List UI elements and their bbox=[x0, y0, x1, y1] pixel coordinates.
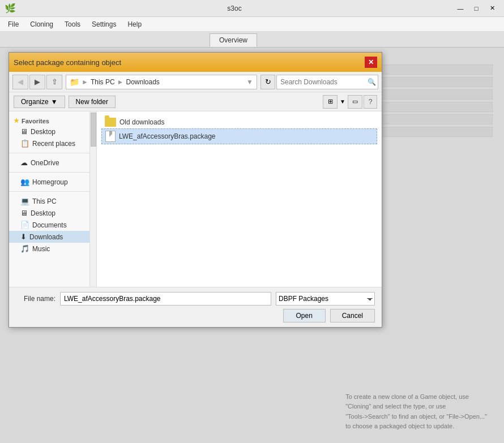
desktop-icon: 🖥 bbox=[20, 127, 28, 136]
path-downloads: Downloads bbox=[126, 78, 159, 86]
folder-icon bbox=[105, 118, 116, 127]
sidebar-item-desktop2[interactable]: 🖥 Desktop bbox=[9, 207, 96, 219]
dialog-body: ★ Favorites 🖥 Desktop 📋 Recent places bbox=[9, 111, 382, 287]
path-thispc: This PC bbox=[91, 78, 115, 86]
onedrive-icon: ☁ bbox=[20, 158, 28, 167]
filetype-select[interactable]: DBPF Packages bbox=[276, 292, 375, 306]
file-sidebar: ★ Favorites 🖥 Desktop 📋 Recent places bbox=[9, 111, 97, 287]
tabbar: Overview bbox=[0, 32, 504, 48]
downloads-icon: ⬇ bbox=[20, 233, 27, 241]
grid-view-button[interactable]: ⊞ bbox=[323, 95, 338, 109]
thispc-icon: 💻 bbox=[20, 197, 29, 205]
path-root: ► bbox=[82, 78, 88, 86]
menu-settings[interactable]: Settings bbox=[86, 19, 122, 30]
list-item[interactable]: LWE_afAccessoryBras.package bbox=[101, 128, 377, 144]
menu-file[interactable]: File bbox=[2, 19, 24, 30]
sidebar-item-downloads[interactable]: ⬇ Downloads bbox=[9, 231, 96, 243]
music-icon: 🎵 bbox=[20, 244, 29, 253]
dialog-actions-bar: Organize ▼ New folder ⊞ ▼ ▭ ? bbox=[9, 92, 382, 111]
package-file-icon bbox=[105, 131, 116, 142]
file-list[interactable]: Old downloads LWE_afAccessoryBras.packag… bbox=[97, 111, 382, 287]
address-dropdown[interactable]: ▼ bbox=[246, 78, 253, 86]
help-button[interactable]: ? bbox=[364, 95, 377, 109]
sidebar-divider-3 bbox=[9, 191, 96, 192]
file-name: LWE_afAccessoryBras.package bbox=[119, 132, 216, 140]
filename-input[interactable] bbox=[60, 292, 271, 306]
main-content: 0000000000000000000000000000000000000 Se… bbox=[0, 48, 504, 443]
sidebar-item-homegroup[interactable]: 👥 Homegroup bbox=[9, 176, 96, 188]
close-button[interactable]: ✕ bbox=[485, 3, 499, 14]
app-title: s3oc bbox=[16, 5, 453, 12]
panel-view-button[interactable]: ▭ bbox=[348, 95, 362, 109]
filename-label: File name: bbox=[16, 295, 55, 303]
organize-button[interactable]: Organize ▼ bbox=[14, 96, 65, 108]
folder-icon: 📁 bbox=[70, 78, 79, 87]
view-buttons: ⊞ ▼ ▭ ? bbox=[323, 95, 377, 109]
menu-help[interactable]: Help bbox=[122, 19, 147, 30]
file-name: Old downloads bbox=[119, 118, 164, 126]
scrollbar-thumb[interactable] bbox=[91, 113, 96, 147]
sidebar-scrollbar[interactable] bbox=[89, 111, 96, 287]
sidebar-item-documents[interactable]: 📄 Documents bbox=[9, 219, 96, 231]
homegroup-icon: 👥 bbox=[20, 178, 29, 186]
forward-button[interactable]: ▶ bbox=[29, 75, 45, 89]
filename-row: File name: DBPF Packages bbox=[16, 292, 375, 306]
sidebar-divider-1 bbox=[9, 153, 96, 153]
below-dialog-content: Copy English to all languages Price Prod… bbox=[0, 319, 504, 443]
dialog-close-button[interactable]: ✕ bbox=[365, 57, 377, 68]
desktop2-icon: 🖥 bbox=[20, 209, 28, 217]
sidebar-item-recent[interactable]: 📋 Recent places bbox=[9, 137, 96, 149]
address-bar[interactable]: 📁 ► This PC ► Downloads ▼ bbox=[66, 75, 257, 89]
minimize-button[interactable]: — bbox=[453, 3, 468, 14]
organize-dropdown-icon: ▼ bbox=[51, 98, 58, 106]
tab-overview[interactable]: Overview bbox=[210, 33, 257, 47]
info-text: To create a new clone of a Game object, … bbox=[345, 392, 487, 432]
file-dialog: Select package containing object ✕ ◀ ▶ ⇧… bbox=[8, 52, 382, 328]
thispc-section: 💻 This PC 🖥 Desktop 📄 Documents ⬇ Downlo… bbox=[9, 195, 96, 255]
titlebar: 🌿 s3oc — □ ✕ bbox=[0, 0, 504, 17]
window-controls: — □ ✕ bbox=[453, 3, 499, 14]
dialog-titlebar: Select package containing object ✕ bbox=[9, 53, 382, 72]
view-dropdown-icon[interactable]: ▼ bbox=[339, 97, 347, 106]
menu-tools[interactable]: Tools bbox=[59, 19, 86, 30]
sidebar-item-music[interactable]: 🎵 Music bbox=[9, 243, 96, 255]
menubar: File Cloning Tools Settings Help bbox=[0, 17, 504, 32]
sidebar-item-onedrive[interactable]: ☁ OneDrive bbox=[9, 157, 96, 169]
new-folder-button[interactable]: New folder bbox=[69, 96, 116, 108]
search-box: 🔍 bbox=[276, 75, 378, 89]
star-icon: ★ bbox=[14, 117, 19, 124]
new-folder-label: New folder bbox=[76, 98, 108, 106]
path-sep: ► bbox=[117, 78, 124, 86]
up-button[interactable]: ⇧ bbox=[46, 75, 62, 89]
search-icon: 🔍 bbox=[368, 78, 376, 86]
search-input[interactable] bbox=[280, 78, 365, 86]
sidebar-item-thispc[interactable]: 💻 This PC bbox=[9, 195, 96, 207]
onedrive-section: ☁ OneDrive bbox=[9, 157, 96, 169]
organize-label: Organize bbox=[21, 98, 49, 106]
refresh-button[interactable]: ↻ bbox=[260, 75, 275, 89]
favorites-header: ★ Favorites bbox=[9, 116, 96, 126]
back-button[interactable]: ◀ bbox=[12, 75, 28, 89]
dialog-title: Select package containing object bbox=[14, 58, 121, 67]
recent-icon: 📋 bbox=[20, 139, 29, 148]
list-item[interactable]: Old downloads bbox=[101, 116, 377, 128]
homegroup-section: 👥 Homegroup bbox=[9, 176, 96, 188]
sidebar-divider-2 bbox=[9, 172, 96, 173]
app-icon: 🌿 bbox=[5, 3, 16, 14]
menu-cloning[interactable]: Cloning bbox=[24, 19, 59, 30]
documents-icon: 📄 bbox=[20, 221, 29, 229]
dialog-toolbar: ◀ ▶ ⇧ 📁 ► This PC ► Downloads ▼ ↻ 🔍 bbox=[9, 72, 382, 92]
sidebar-item-desktop[interactable]: 🖥 Desktop bbox=[9, 126, 96, 137]
favorites-section: ★ Favorites 🖥 Desktop 📋 Recent places bbox=[9, 116, 96, 149]
maximize-button[interactable]: □ bbox=[469, 3, 484, 14]
